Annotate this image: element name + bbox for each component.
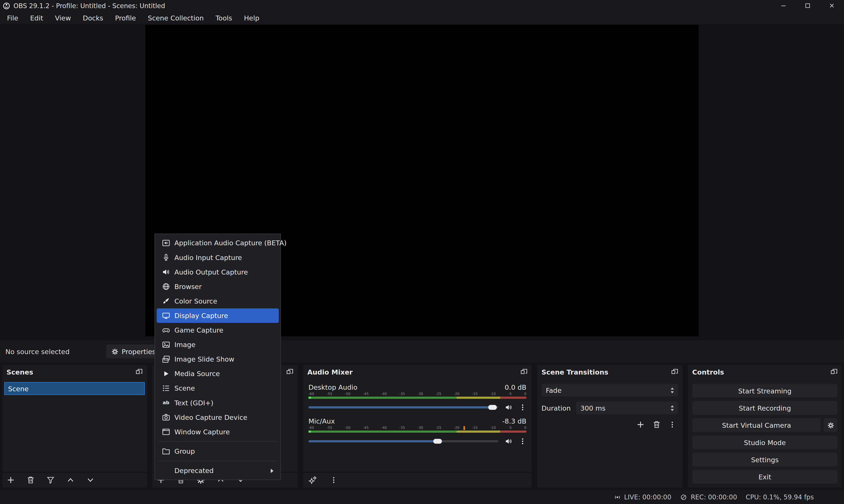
scenes-list: Scene: [2, 379, 147, 472]
menubar: File Edit View Docks Profile Scene Colle…: [0, 11, 844, 24]
channel-name: Desktop Audio: [308, 383, 358, 391]
menu-view[interactable]: View: [49, 11, 77, 24]
volume-slider-handle[interactable]: [488, 405, 497, 410]
popout-icon[interactable]: [831, 368, 838, 375]
menu-item-group[interactable]: Group: [157, 444, 279, 458]
add-scene-button[interactable]: [6, 476, 15, 484]
popout-icon[interactable]: [286, 368, 293, 375]
popout-icon[interactable]: [521, 368, 528, 375]
window-title: OBS 29.1.2 - Profile: Untitled - Scenes:…: [13, 2, 165, 10]
volume-slider[interactable]: [308, 406, 498, 408]
menu-tools[interactable]: Tools: [210, 11, 238, 24]
menu-item-color-source[interactable]: Color Source: [157, 294, 279, 308]
scene-filters-button[interactable]: [47, 476, 55, 484]
kebab-menu-icon: [668, 421, 676, 428]
rec-time: REC: 00:00:00: [691, 493, 737, 501]
slideshow-icon: [162, 355, 170, 363]
obs-logo-icon[interactable]: [3, 2, 10, 10]
paintbrush-icon: [162, 297, 170, 305]
menu-item-image-slide-show[interactable]: Image Slide Show: [157, 352, 279, 366]
live-time: LIVE: 00:00:00: [624, 493, 671, 501]
meter-scale: -60-55-50-45-40-35-30-25-20-15-10-50: [308, 392, 526, 397]
gamepad-icon: [162, 326, 170, 334]
menu-scene-collection[interactable]: Scene Collection: [142, 11, 210, 24]
volume-meter: -60-55-50-45-40-35-30-25-20-15-10-50: [308, 392, 526, 399]
mixer-options-button[interactable]: [330, 476, 338, 484]
gear-icon: [827, 421, 834, 429]
channel-level: -8.3 dB: [502, 417, 526, 425]
image-icon: [162, 341, 170, 349]
duration-spinbox[interactable]: 300 ms: [576, 401, 678, 414]
menu-item-game-capture[interactable]: Game Capture: [157, 323, 279, 337]
camera-icon: [162, 413, 170, 421]
live-status: LIVE: 00:00:00: [613, 493, 671, 501]
start-streaming-button[interactable]: Start Streaming: [692, 384, 838, 398]
channel-name: Mic/Aux: [308, 417, 335, 425]
menu-docks[interactable]: Docks: [77, 11, 109, 24]
minimize-button[interactable]: [771, 0, 795, 11]
plus-icon: [6, 476, 15, 484]
peak-marker: [463, 426, 465, 430]
menu-item-browser[interactable]: Browser: [157, 280, 279, 294]
scenes-dock: Scenes Scene: [2, 365, 147, 487]
scene-move-down-button[interactable]: [86, 476, 95, 484]
docks-area: Scenes Scene: [0, 363, 844, 490]
transition-select-value: Fade: [546, 386, 562, 394]
scene-transitions-header: Scene Transitions: [537, 365, 682, 379]
scene-list-item[interactable]: Scene: [4, 382, 145, 395]
menu-file[interactable]: File: [1, 11, 24, 24]
menu-item-deprecated[interactable]: Deprecated: [157, 463, 279, 478]
close-button[interactable]: [820, 0, 844, 11]
menu-item-media-source[interactable]: Media Source: [157, 366, 279, 381]
start-recording-button[interactable]: Start Recording: [692, 401, 838, 415]
kebab-menu-icon[interactable]: [519, 403, 526, 411]
kebab-menu-icon: [330, 476, 338, 484]
volume-slider-handle[interactable]: [433, 439, 442, 444]
gears-icon: [308, 476, 317, 484]
remove-scene-button[interactable]: [26, 476, 35, 484]
remove-transition-button[interactable]: [652, 420, 661, 429]
menu-item-application-audio-capture[interactable]: Application Audio Capture (BETA): [157, 236, 279, 250]
menu-item-text-gdi[interactable]: ab Text (GDI+): [157, 396, 279, 410]
audio-mixer-body: Desktop Audio 0.0 dB -60-55-50-45-40-35-…: [303, 379, 532, 472]
scene-move-up-button[interactable]: [66, 476, 75, 484]
cpu-status: CPU: 0.1%, 59.94 fps: [746, 493, 814, 501]
settings-button[interactable]: Settings: [692, 453, 838, 467]
spinner-arrows-icon[interactable]: [671, 405, 674, 411]
properties-button[interactable]: Properties: [106, 344, 161, 359]
menu-profile[interactable]: Profile: [109, 11, 142, 24]
folder-icon: [162, 447, 170, 455]
transition-options-button[interactable]: [668, 420, 676, 429]
menu-help[interactable]: Help: [238, 11, 265, 24]
menu-item-display-capture[interactable]: Display Capture: [157, 308, 279, 323]
popout-icon[interactable]: [136, 368, 143, 375]
menu-item-video-capture-device[interactable]: Video Capture Device: [157, 410, 279, 425]
select-arrows-icon: [671, 387, 674, 393]
scene-transitions-dock: Scene Transitions Fade Duration 300 ms: [537, 365, 682, 487]
speaker-icon[interactable]: [505, 437, 513, 445]
kebab-menu-icon[interactable]: [519, 437, 526, 445]
speaker-icon[interactable]: [505, 403, 513, 411]
gear-icon: [111, 348, 119, 355]
menu-item-audio-output-capture[interactable]: Audio Output Capture: [157, 265, 279, 280]
exit-button[interactable]: Exit: [692, 470, 838, 484]
maximize-button[interactable]: [796, 0, 820, 11]
volume-slider[interactable]: [308, 440, 498, 443]
menu-item-scene[interactable]: Scene: [157, 381, 279, 395]
start-virtual-camera-button[interactable]: Start Virtual Camera: [692, 418, 821, 432]
menu-item-image[interactable]: Image: [157, 337, 279, 352]
scenes-dock-title: Scenes: [6, 368, 33, 376]
studio-mode-button[interactable]: Studio Mode: [692, 435, 838, 449]
popout-icon[interactable]: [671, 368, 678, 375]
menu-edit[interactable]: Edit: [24, 11, 49, 24]
menu-item-window-capture[interactable]: Window Capture: [157, 425, 279, 439]
trash-icon: [26, 476, 35, 484]
virtual-camera-settings-button[interactable]: [824, 418, 838, 432]
channel-level: 0.0 dB: [505, 383, 526, 391]
volume-meter: -60-55-50-45-40-35-30-25-20-15-10-50: [308, 426, 526, 433]
menu-item-audio-input-capture[interactable]: Audio Input Capture: [157, 250, 279, 265]
transition-select[interactable]: Fade: [541, 384, 678, 397]
source-toolbar: No source selected Properties: [0, 340, 844, 363]
advanced-audio-button[interactable]: [308, 476, 317, 484]
add-transition-button[interactable]: [636, 420, 645, 429]
